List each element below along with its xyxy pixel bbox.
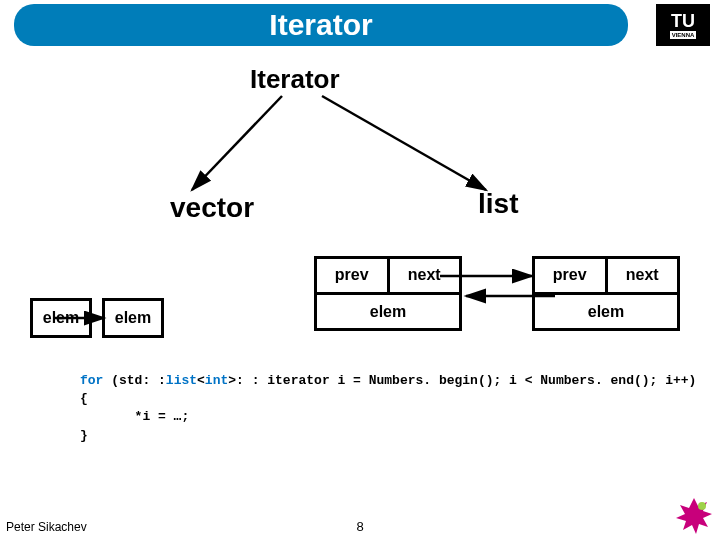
footer-page-number: 8 — [356, 519, 363, 534]
vector-cell-0: elem — [30, 298, 92, 338]
list-node-0-data: elem — [317, 295, 459, 329]
arrow-iterator-to-vector — [192, 96, 282, 190]
svg-point-0 — [698, 502, 706, 510]
logo-sub: VIENNA — [670, 31, 697, 39]
logo-main: TU — [671, 12, 695, 30]
list-node-0: prev next elem — [314, 256, 462, 331]
university-logo: TU VIENNA — [656, 4, 710, 46]
splat-icon — [674, 496, 714, 536]
vector-cell-1: elem — [102, 298, 164, 338]
slide-title-bar: Iterator — [14, 4, 628, 46]
vector-label: vector — [170, 192, 254, 224]
list-node-1-next: next — [608, 259, 678, 292]
list-label: list — [478, 188, 518, 220]
code-block: for (std: :list<int>: : iterator i = Num… — [80, 372, 696, 445]
list-node-0-prev: prev — [317, 259, 390, 292]
footer-author: Peter Sikachev — [6, 520, 87, 534]
list-node-1: prev next elem — [532, 256, 680, 331]
list-node-1-prev: prev — [535, 259, 608, 292]
kw-for: for — [80, 373, 103, 388]
list-node-0-next: next — [390, 259, 460, 292]
list-node-1-data: elem — [535, 295, 677, 329]
arrow-iterator-to-list — [322, 96, 486, 190]
iterator-root-label: Iterator — [250, 64, 340, 95]
slide-title: Iterator — [269, 8, 372, 42]
kw-int: int — [205, 373, 228, 388]
kw-list: list — [166, 373, 197, 388]
